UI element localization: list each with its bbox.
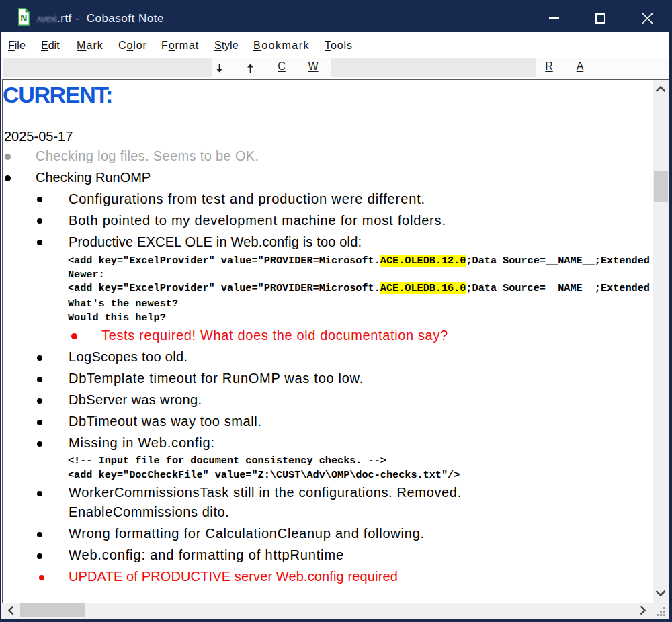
svg-text:N: N (20, 13, 27, 24)
